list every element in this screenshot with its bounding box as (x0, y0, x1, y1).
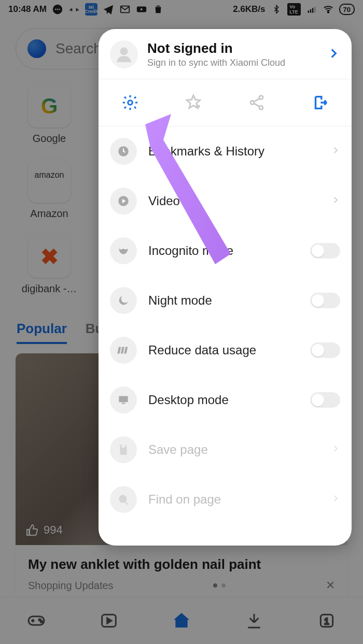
chevron-right-icon (331, 444, 340, 455)
svg-point-19 (259, 96, 263, 99)
mask-icon (110, 237, 137, 264)
menu-panel: Not signed in Sign in to sync with Xiaom… (99, 29, 352, 546)
svg-point-21 (259, 106, 263, 109)
chevron-right-icon (331, 494, 340, 505)
account-subtitle: Sign in to sync with Xiaomi Cloud (147, 58, 317, 68)
data-saver-toggle[interactable] (310, 342, 340, 358)
menu-find-on-page: Find on page (99, 475, 352, 524)
save-icon (110, 436, 137, 463)
chevron-right-icon (331, 195, 340, 207)
data-saver-icon (110, 337, 137, 364)
search-page-icon (110, 486, 137, 513)
svg-point-30 (119, 495, 127, 503)
share-button[interactable] (239, 87, 275, 118)
incognito-toggle[interactable] (310, 243, 340, 259)
menu-video[interactable]: Video (99, 176, 352, 226)
svg-point-18 (128, 101, 133, 105)
desktop-mode-toggle[interactable] (310, 392, 340, 408)
account-row[interactable]: Not signed in Sign in to sync with Xiaom… (99, 29, 352, 79)
exit-button[interactable] (302, 87, 338, 118)
chevron-right-icon (327, 47, 340, 62)
svg-rect-25 (121, 347, 124, 354)
svg-rect-28 (122, 403, 125, 404)
menu-desktop-mode[interactable]: Desktop mode (99, 375, 352, 425)
avatar-icon (110, 40, 138, 68)
svg-rect-27 (119, 396, 128, 402)
monitor-icon (110, 387, 137, 413)
menu-reduce-data[interactable]: Reduce data usage (99, 325, 352, 375)
bookmark-add-button[interactable] (175, 87, 212, 118)
svg-rect-31 (125, 502, 128, 505)
menu-save-page: Save page (99, 425, 352, 475)
quick-icon-row (99, 79, 352, 126)
svg-point-17 (120, 48, 128, 55)
settings-button[interactable] (112, 87, 148, 118)
chevron-right-icon (331, 146, 340, 157)
clock-icon (110, 138, 137, 165)
menu-list: Bookmarks & History Video Incognito mode… (99, 126, 352, 546)
play-icon (110, 188, 137, 214)
svg-rect-29 (122, 445, 125, 447)
moon-icon (110, 287, 137, 314)
svg-rect-26 (124, 347, 128, 354)
svg-rect-24 (117, 347, 121, 354)
menu-incognito[interactable]: Incognito mode (99, 226, 352, 276)
menu-bookmarks-history[interactable]: Bookmarks & History (99, 126, 352, 176)
account-title: Not signed in (147, 40, 317, 56)
night-mode-toggle[interactable] (310, 293, 340, 308)
menu-night-mode[interactable]: Night mode (99, 276, 352, 325)
